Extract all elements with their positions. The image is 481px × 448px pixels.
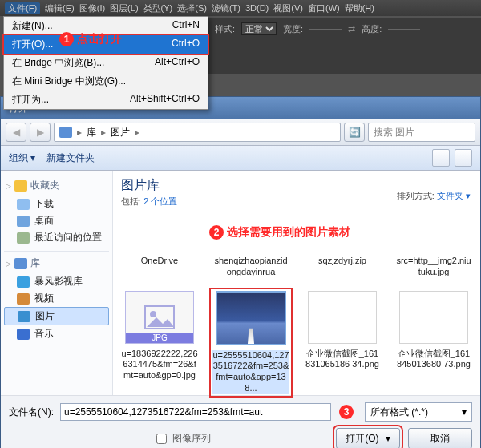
- videos-icon: [17, 293, 30, 305]
- desktop-icon: [17, 216, 30, 227]
- menu-type[interactable]: 类型(Y): [143, 2, 173, 14]
- sidebar-item-recent[interactable]: 最近访问的位置: [4, 229, 109, 246]
- crumb-library[interactable]: 库: [87, 126, 96, 139]
- video-lib-icon: [17, 276, 30, 288]
- recent-icon: [17, 232, 30, 244]
- sidebar-favorites[interactable]: 收藏夹: [6, 179, 109, 192]
- file-menu-openas[interactable]: 打开为...Alt+Shift+Ctrl+O: [4, 91, 208, 109]
- nav-back-button[interactable]: ◀: [6, 123, 26, 142]
- opt-width-label: 宽度:: [283, 23, 303, 35]
- sidebar-item-downloads[interactable]: 下载: [4, 196, 109, 212]
- menu-file[interactable]: 文件(F): [5, 2, 40, 14]
- filetype-combo[interactable]: 所有格式 (*.*)▾: [365, 402, 472, 422]
- sidebar: 收藏夹 下载 桌面 最近访问的位置 库 暴风影视库 视频 图片 音乐: [1, 171, 113, 395]
- file-tile[interactable]: 企业微信截图_161845013680 73.png: [395, 291, 472, 394]
- search-placeholder: 搜索 图片: [374, 126, 414, 139]
- opt-style-label: 样式:: [215, 23, 235, 35]
- cancel-button[interactable]: 取消: [408, 428, 472, 448]
- menu-view[interactable]: 视图(V): [273, 2, 303, 14]
- file-tile[interactable]: OneDrive: [121, 216, 198, 278]
- sidebar-item-bf[interactable]: 暴风影视库: [4, 273, 109, 290]
- toolbar-organize[interactable]: 组织 ▾: [9, 151, 35, 165]
- image-sequence-checkbox[interactable]: 图像序列: [153, 431, 211, 446]
- image-sequence-checkbox-input[interactable]: [156, 434, 167, 444]
- file-tile[interactable]: src=http__img2.niutuku.jpg: [395, 216, 472, 278]
- chevron-right-icon: ▸: [135, 127, 139, 138]
- annotation-2-bubble: 2: [209, 225, 224, 240]
- annotation-1: 1 点击打开: [59, 32, 122, 46]
- open-button[interactable]: 打开(O) ▾: [336, 428, 400, 448]
- dialog-toolbar: 组织 ▾ 新建文件夹: [1, 146, 480, 171]
- refresh-button[interactable]: 🔄: [344, 123, 365, 142]
- pictures-icon: [18, 311, 30, 322]
- download-icon: [17, 199, 30, 210]
- file-menu-dropdown: 新建(N)...Ctrl+N 打开(O)...Ctrl+O 在 Bridge 中…: [3, 16, 208, 110]
- chevron-down-icon: ▾: [462, 406, 467, 418]
- opt-style-select[interactable]: 正常: [241, 22, 277, 35]
- dialog-nav: ◀ ▶ ▸ 库 ▸ 图片 ▸ 🔄 搜索 图片: [1, 119, 480, 146]
- sidebar-item-videos[interactable]: 视频: [4, 290, 109, 307]
- annotation-3-bubble: 3: [339, 405, 354, 419]
- sidebar-item-music[interactable]: 音乐: [4, 325, 109, 342]
- sort-control[interactable]: 排列方式: 文件夹 ▾: [397, 190, 471, 202]
- library-icon: [14, 258, 27, 269]
- address-bar[interactable]: ▸ 库 ▸ 图片 ▸: [54, 123, 341, 142]
- locations-link[interactable]: 2 个位置: [143, 196, 177, 206]
- nav-fwd-button[interactable]: ▶: [30, 123, 51, 142]
- open-split-arrow[interactable]: ▾: [382, 433, 390, 444]
- chevron-right-icon: ▸: [77, 127, 82, 138]
- sidebar-libraries[interactable]: 库: [6, 256, 109, 270]
- menu-window[interactable]: 窗口(W): [308, 2, 340, 14]
- menu-filter[interactable]: 滤镜(T): [212, 2, 240, 14]
- sidebar-item-desktop[interactable]: 桌面: [4, 212, 109, 229]
- image-thumbnail: [216, 291, 286, 345]
- content-pane: 图片库 包括: 2 个位置 排列方式: 文件夹 ▾ 2 选择需要用到的图片素材 …: [113, 171, 480, 395]
- filename-input[interactable]: [60, 403, 331, 421]
- menu-select[interactable]: 选择(S): [177, 2, 207, 14]
- star-icon: [14, 180, 27, 192]
- annotation-3: 3: [339, 405, 357, 419]
- menu-3d[interactable]: 3D(D): [245, 3, 269, 13]
- menu-help[interactable]: 帮助(H): [345, 2, 374, 14]
- toolbar-view-button[interactable]: [432, 149, 450, 167]
- opt-height-label: 高度:: [362, 23, 382, 35]
- opt-width-field[interactable]: [309, 29, 342, 30]
- library-icon: [59, 127, 72, 138]
- png-thumbnail-icon: [399, 291, 468, 344]
- ps-menubar: 文件(F) 编辑(E) 图像(I) 图层(L) 类型(Y) 选择(S) 滤镜(T…: [0, 0, 481, 16]
- crumb-pictures[interactable]: 图片: [111, 126, 130, 139]
- file-menu-bridge[interactable]: 在 Bridge 中浏览(B)...Alt+Ctrl+O: [4, 54, 208, 72]
- search-input[interactable]: 搜索 图片: [368, 123, 475, 142]
- svg-point-1: [150, 311, 156, 317]
- file-tile[interactable]: 企业微信截图_161831065186 34.png: [304, 291, 381, 394]
- file-tile-selected[interactable]: u=2555510604,1273516722&fm=253&fmt=auto&…: [212, 291, 289, 394]
- filename-label: 文件名(N):: [9, 406, 54, 419]
- opt-height-field[interactable]: [388, 29, 420, 30]
- toolbar-new-folder[interactable]: 新建文件夹: [46, 151, 95, 165]
- dialog-footer: 文件名(N): 3 所有格式 (*.*)▾ 图像序列 打开(O) ▾ 取消: [1, 395, 480, 448]
- png-thumbnail-icon: [308, 291, 377, 344]
- chevron-right-icon: ▸: [101, 127, 106, 138]
- jpg-thumbnail-icon: [125, 291, 194, 344]
- menu-edit[interactable]: 编辑(E): [45, 2, 75, 14]
- ps-options-bar: 样式: 正常 宽度: ⇄ 高度:: [208, 18, 481, 74]
- music-icon: [17, 329, 30, 340]
- sidebar-item-pictures[interactable]: 图片: [4, 307, 109, 325]
- file-tile[interactable]: u=1836922222,2266314475&fm=26&fmt=auto&g…: [121, 291, 198, 394]
- toolbar-help-button[interactable]: [455, 149, 472, 167]
- annotation-1-bubble: 1: [59, 32, 74, 46]
- file-menu-minibridge[interactable]: 在 Mini Bridge 中浏览(G)...: [4, 72, 208, 91]
- menu-layer[interactable]: 图层(L): [110, 2, 138, 14]
- open-dialog: 打开 ◀ ▶ ▸ 库 ▸ 图片 ▸ 🔄 搜索 图片 组织 ▾ 新建文件夹 收藏夹…: [0, 96, 481, 448]
- annotation-2: 2 选择需要用到的图片素材: [209, 225, 350, 240]
- menu-image[interactable]: 图像(I): [79, 2, 105, 14]
